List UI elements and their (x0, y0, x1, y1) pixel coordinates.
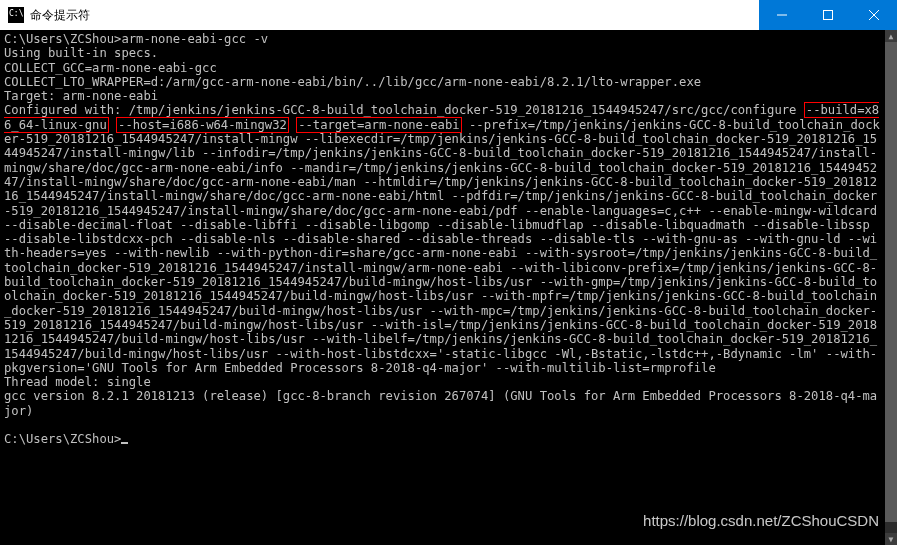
output-line: COLLECT_LTO_WRAPPER=d:/arm/gcc-arm-none-… (4, 75, 701, 89)
close-icon (869, 10, 879, 20)
minimize-icon (777, 10, 787, 20)
cfg-text: Configured with: /tmp/jenkins/jenkins-GC… (4, 103, 804, 117)
terminal-output[interactable]: C:\Users\ZCShou>arm-none-eabi-gcc -v Usi… (0, 30, 885, 545)
output-line: gcc version 8.2.1 20181213 (release) [gc… (4, 389, 877, 417)
close-button[interactable] (851, 0, 897, 30)
output-line: Thread model: single (4, 375, 151, 389)
scrollbar[interactable]: ▲ ▼ (885, 30, 897, 545)
cmd-icon (8, 7, 24, 23)
maximize-button[interactable] (805, 0, 851, 30)
prompt: C:\Users\ZCShou> (4, 432, 121, 446)
svg-rect-1 (824, 11, 833, 20)
output-line: Using built-in specs. (4, 46, 158, 60)
output-line: COLLECT_GCC=arm-none-eabi-gcc (4, 61, 217, 75)
scroll-thumb[interactable] (885, 42, 897, 522)
cfg-text: --prefix=/tmp/jenkins/jenkins-GCC-8-buil… (4, 118, 885, 375)
scroll-up-button[interactable]: ▲ (885, 30, 897, 42)
window-title: 命令提示符 (30, 7, 90, 24)
maximize-icon (823, 10, 833, 20)
highlight-target: --target=arm-none-eabi (296, 117, 461, 133)
output-line: Target: arm-none-eabi (4, 89, 158, 103)
watermark: https://blog.csdn.net/ZCShouCSDN (643, 512, 879, 529)
cursor-icon (121, 442, 128, 444)
window-buttons (759, 0, 897, 30)
output-configured: Configured with: /tmp/jenkins/jenkins-GC… (4, 102, 885, 374)
cfg-text (109, 118, 116, 132)
titlebar[interactable]: 命令提示符 (0, 0, 897, 30)
highlight-host: --host=i686-w64-mingw32 (116, 117, 289, 133)
minimize-button[interactable] (759, 0, 805, 30)
scroll-down-button[interactable]: ▼ (885, 533, 897, 545)
output-line: C:\Users\ZCShou>arm-none-eabi-gcc -v (4, 32, 268, 46)
